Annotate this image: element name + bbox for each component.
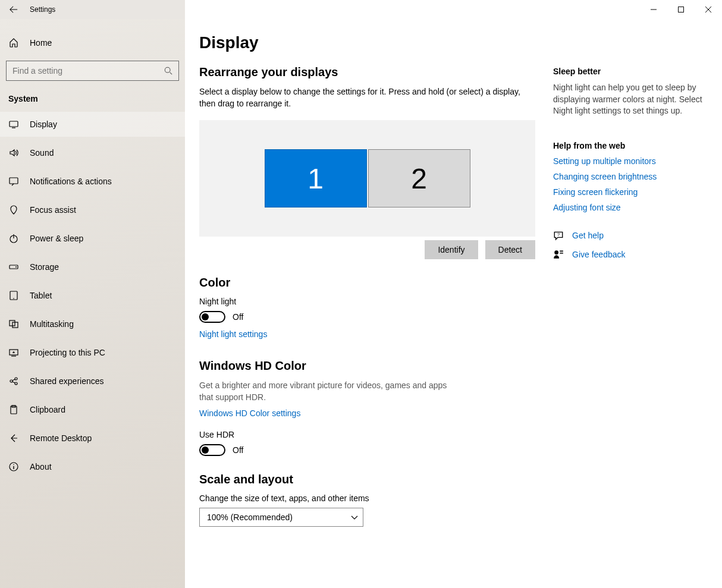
sidebar-item-label: Remote Desktop [30, 433, 92, 443]
about-icon [8, 461, 19, 472]
sidebar-item-label: Shared experiences [30, 376, 104, 386]
titlebar: Settings [0, 0, 722, 19]
get-help-link[interactable]: Get help [572, 231, 604, 240]
close-button[interactable] [695, 0, 722, 19]
sidebar-category: System [0, 94, 185, 112]
svg-text:?: ? [557, 232, 560, 237]
sleep-better-desc: Night light can help you get to sleep by… [553, 82, 708, 117]
maximize-icon [678, 7, 684, 12]
clipboard-icon [8, 404, 19, 415]
sidebar: Home System Display Sound Notifications … [0, 19, 185, 588]
svg-rect-2 [10, 121, 18, 127]
svg-rect-3 [10, 178, 18, 184]
sound-icon [8, 147, 19, 158]
sidebar-item-about[interactable]: About [0, 454, 185, 479]
storage-icon [8, 262, 19, 272]
sidebar-item-label: Notifications & actions [30, 177, 112, 186]
minimize-icon [651, 7, 657, 12]
sidebar-item-label: About [30, 462, 52, 471]
minimize-button[interactable] [640, 0, 667, 19]
arrow-left-icon [10, 5, 18, 14]
focus-assist-icon [8, 205, 19, 215]
remote-desktop-icon [8, 433, 19, 444]
display-arrangement-area[interactable]: 1 2 [199, 120, 535, 237]
get-help-row[interactable]: ? Get help [553, 230, 708, 241]
use-hdr-toggle[interactable] [199, 444, 225, 456]
svg-point-14 [15, 382, 17, 385]
chevron-down-icon [351, 514, 358, 521]
svg-point-6 [15, 266, 17, 268]
sidebar-item-display[interactable]: Display [0, 112, 185, 137]
notifications-icon [8, 176, 19, 187]
search-input-wrapper[interactable] [6, 61, 179, 81]
sidebar-home[interactable]: Home [0, 31, 185, 55]
window-title: Settings [27, 0, 55, 19]
hdcolor-desc: Get a brighter and more vibrant picture … [199, 380, 461, 403]
sidebar-item-projecting[interactable]: Projecting to this PC [0, 340, 185, 365]
main: Display Rearrange your displays Select a… [185, 19, 722, 588]
sidebar-item-label: Clipboard [30, 405, 65, 414]
sidebar-item-label: Storage [30, 262, 59, 272]
night-light-state: Off [233, 312, 243, 322]
svg-point-1 [165, 67, 170, 73]
rearrange-heading: Rearrange your displays [199, 65, 535, 79]
multitasking-icon [8, 319, 19, 329]
give-feedback-link[interactable]: Give feedback [572, 250, 626, 259]
maximize-button[interactable] [667, 0, 695, 19]
shared-experiences-icon [8, 376, 19, 386]
sidebar-item-multitasking[interactable]: Multitasking [0, 312, 185, 337]
svg-point-8 [13, 298, 14, 299]
scale-dropdown[interactable]: 100% (Recommended) [199, 508, 363, 527]
sidebar-item-tablet[interactable]: Tablet [0, 283, 185, 308]
help-link-font-size[interactable]: Adjusting font size [553, 203, 708, 212]
sidebar-item-storage[interactable]: Storage [0, 254, 185, 279]
svg-point-12 [10, 380, 12, 382]
sidebar-item-focus-assist[interactable]: Focus assist [0, 197, 185, 222]
power-icon [8, 233, 19, 244]
sidebar-item-label: Display [30, 120, 57, 129]
give-feedback-icon [553, 249, 564, 260]
sidebar-item-power-sleep[interactable]: Power & sleep [0, 226, 185, 251]
help-link-flickering[interactable]: Fixing screen flickering [553, 187, 708, 197]
page-title: Display [199, 33, 535, 52]
back-button[interactable] [0, 0, 27, 19]
monitor-1[interactable]: 1 [265, 149, 367, 207]
sidebar-item-label: Focus assist [30, 205, 76, 215]
home-icon [8, 37, 19, 48]
help-link-brightness[interactable]: Changing screen brightness [553, 172, 708, 181]
use-hdr-label: Use HDR [199, 430, 535, 439]
identify-button[interactable]: Identify [425, 240, 478, 259]
sidebar-item-label: Tablet [30, 291, 52, 300]
monitor-2[interactable]: 2 [368, 149, 470, 207]
help-from-web-heading: Help from the web [553, 141, 708, 150]
night-light-settings-link[interactable]: Night light settings [199, 329, 267, 339]
tablet-icon [8, 290, 19, 301]
help-link-multiple-monitors[interactable]: Setting up multiple monitors [553, 156, 708, 166]
sidebar-item-clipboard[interactable]: Clipboard [0, 397, 185, 422]
night-light-toggle[interactable] [199, 311, 225, 323]
hdcolor-settings-link[interactable]: Windows HD Color settings [199, 408, 300, 418]
display-icon [8, 119, 19, 130]
sidebar-item-label: Multitasking [30, 319, 74, 329]
detect-button[interactable]: Detect [485, 240, 535, 259]
give-feedback-row[interactable]: Give feedback [553, 249, 708, 260]
sleep-better-heading: Sleep better [553, 67, 708, 76]
hdcolor-heading: Windows HD Color [199, 359, 535, 373]
sidebar-item-notifications[interactable]: Notifications & actions [0, 169, 185, 194]
search-icon [164, 67, 172, 75]
svg-point-19 [554, 250, 558, 254]
search-input[interactable] [12, 66, 164, 76]
sidebar-item-label: Sound [30, 148, 54, 158]
close-icon [705, 7, 711, 12]
projecting-icon [8, 347, 19, 358]
svg-point-13 [15, 378, 17, 380]
aside: Sleep better Night light can help you ge… [553, 33, 708, 588]
scale-heading: Scale and layout [199, 473, 535, 486]
scale-label: Change the size of text, apps, and other… [199, 493, 535, 503]
get-help-icon: ? [553, 230, 564, 241]
sidebar-item-sound[interactable]: Sound [0, 140, 185, 165]
sidebar-item-label: Power & sleep [30, 234, 83, 243]
sidebar-item-remote-desktop[interactable]: Remote Desktop [0, 426, 185, 451]
sidebar-item-shared-experiences[interactable]: Shared experiences [0, 369, 185, 394]
svg-rect-0 [679, 7, 684, 12]
